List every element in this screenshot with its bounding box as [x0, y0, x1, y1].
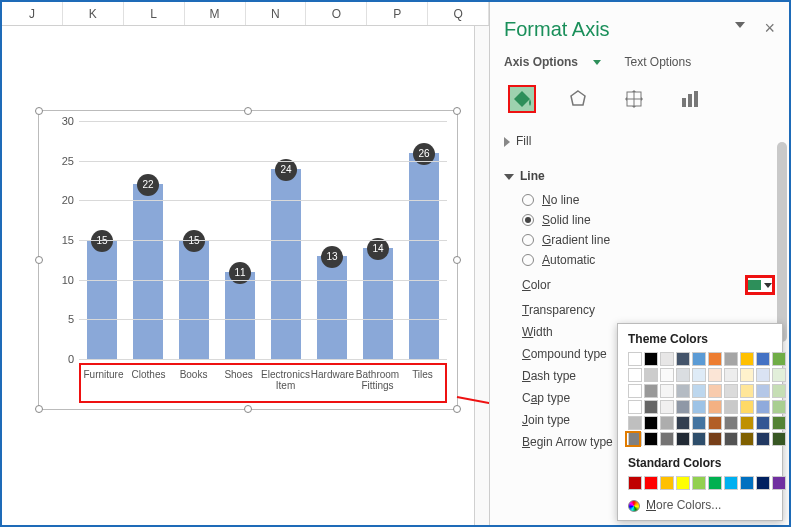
bar[interactable]: 22 — [133, 184, 163, 359]
x-axis-label[interactable]: Clothes — [126, 365, 171, 401]
color-swatch[interactable] — [740, 384, 754, 398]
resize-handle[interactable] — [244, 405, 252, 413]
column-header[interactable]: O — [306, 2, 367, 25]
resize-handle[interactable] — [453, 107, 461, 115]
column-header[interactable]: M — [185, 2, 246, 25]
color-swatch[interactable] — [740, 368, 754, 382]
color-swatch[interactable] — [724, 416, 738, 430]
more-colors-button[interactable]: More Colors... — [628, 498, 772, 512]
color-swatch[interactable] — [676, 400, 690, 414]
column-header[interactable]: Q — [428, 2, 489, 25]
data-label[interactable]: 15 — [91, 230, 113, 252]
resize-handle[interactable] — [35, 405, 43, 413]
color-swatch[interactable] — [644, 352, 658, 366]
color-swatch[interactable] — [676, 368, 690, 382]
color-swatch[interactable] — [724, 432, 738, 446]
color-swatch[interactable] — [660, 368, 674, 382]
color-swatch[interactable] — [708, 352, 722, 366]
radio-no-line[interactable]: No line — [522, 193, 775, 207]
x-axis-label[interactable]: Bathroom Fittings — [355, 365, 400, 401]
resize-handle[interactable] — [35, 107, 43, 115]
radio-automatic[interactable]: Automatic — [522, 253, 775, 267]
color-swatch[interactable] — [660, 416, 674, 430]
color-swatch[interactable] — [756, 352, 770, 366]
color-swatch[interactable] — [708, 368, 722, 382]
color-swatch[interactable] — [660, 384, 674, 398]
color-swatch[interactable] — [644, 384, 658, 398]
radio-gradient-line[interactable]: Gradient line — [522, 233, 775, 247]
color-swatch[interactable] — [660, 476, 674, 490]
color-swatch[interactable] — [692, 432, 706, 446]
section-fill[interactable]: Fill — [504, 133, 775, 148]
color-swatch[interactable] — [644, 432, 658, 446]
pane-close-icon[interactable]: × — [764, 18, 775, 39]
x-axis-label[interactable]: Shoes — [216, 365, 261, 401]
color-swatch[interactable] — [740, 416, 754, 430]
color-swatch[interactable] — [724, 352, 738, 366]
color-picker-button[interactable] — [745, 275, 775, 295]
fill-line-icon[interactable] — [508, 85, 536, 113]
radio-solid-line[interactable]: Solid line — [522, 213, 775, 227]
color-swatch[interactable] — [692, 384, 706, 398]
color-swatch[interactable] — [772, 352, 786, 366]
color-swatch[interactable] — [772, 416, 786, 430]
color-swatch[interactable] — [708, 476, 722, 490]
color-swatch[interactable] — [724, 368, 738, 382]
axis-options-icon[interactable] — [676, 85, 704, 113]
color-swatch[interactable] — [628, 476, 642, 490]
color-swatch[interactable] — [772, 476, 786, 490]
color-swatch[interactable] — [676, 384, 690, 398]
bar[interactable]: 26 — [409, 153, 439, 359]
pane-scrollbar[interactable] — [777, 142, 787, 342]
color-swatch[interactable] — [756, 400, 770, 414]
effects-icon[interactable] — [564, 85, 592, 113]
color-swatch[interactable] — [676, 416, 690, 430]
color-swatch[interactable] — [708, 416, 722, 430]
color-swatch[interactable] — [724, 384, 738, 398]
x-axis-label[interactable]: Furniture — [81, 365, 126, 401]
data-label[interactable]: 22 — [137, 174, 159, 196]
color-swatch[interactable] — [676, 476, 690, 490]
color-swatch[interactable] — [772, 400, 786, 414]
category-axis[interactable]: FurnitureClothesBooksShoesElectronics It… — [79, 363, 447, 403]
column-header[interactable]: L — [124, 2, 185, 25]
data-label[interactable]: 13 — [321, 246, 343, 268]
bar[interactable]: 14 — [363, 248, 393, 359]
resize-handle[interactable] — [244, 107, 252, 115]
color-swatch[interactable] — [660, 432, 674, 446]
color-swatch[interactable] — [628, 384, 642, 398]
color-swatch[interactable] — [692, 352, 706, 366]
color-swatch[interactable] — [692, 368, 706, 382]
color-swatch[interactable] — [724, 400, 738, 414]
color-swatch[interactable] — [644, 400, 658, 414]
color-swatch[interactable] — [676, 352, 690, 366]
bar[interactable]: 15 — [179, 240, 209, 359]
color-swatch[interactable] — [740, 400, 754, 414]
x-axis-label[interactable]: Tiles — [400, 365, 445, 401]
color-swatch[interactable] — [660, 400, 674, 414]
color-swatch[interactable] — [772, 384, 786, 398]
plot-area[interactable]: 1522151124131426 051015202530 — [79, 121, 447, 359]
bar[interactable]: 15 — [87, 240, 117, 359]
resize-handle[interactable] — [453, 256, 461, 264]
sheet-scrollbar[interactable] — [474, 26, 489, 525]
color-swatch[interactable] — [644, 476, 658, 490]
color-swatch[interactable] — [740, 476, 754, 490]
color-swatch[interactable] — [756, 476, 770, 490]
color-swatch[interactable] — [708, 400, 722, 414]
x-axis-label[interactable]: Electronics Item — [261, 365, 310, 401]
color-swatch[interactable] — [644, 368, 658, 382]
pane-minimize-icon[interactable] — [735, 22, 745, 28]
color-swatch[interactable] — [628, 352, 642, 366]
color-swatch[interactable] — [676, 432, 690, 446]
color-swatch[interactable] — [756, 384, 770, 398]
bar[interactable]: 24 — [271, 169, 301, 359]
color-swatch[interactable] — [756, 432, 770, 446]
data-label[interactable]: 24 — [275, 159, 297, 181]
tab-axis-options[interactable]: Axis Options — [504, 55, 611, 69]
tab-text-options[interactable]: Text Options — [624, 55, 691, 69]
color-swatch[interactable] — [692, 416, 706, 430]
color-swatch[interactable] — [628, 400, 642, 414]
color-swatch[interactable] — [772, 432, 786, 446]
color-swatch[interactable] — [708, 384, 722, 398]
